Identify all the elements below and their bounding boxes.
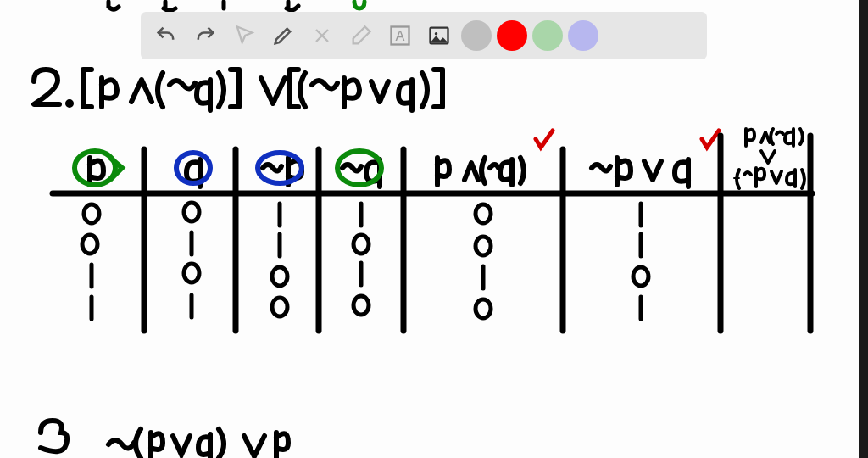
- image-tool[interactable]: [422, 19, 456, 53]
- color-swatch-green[interactable]: [532, 20, 563, 51]
- pen-tool[interactable]: [266, 19, 300, 53]
- redo-button[interactable]: [188, 19, 222, 53]
- svg-point-2: [176, 153, 210, 183]
- svg-point-8: [184, 264, 199, 282]
- tools-button[interactable]: [305, 19, 339, 53]
- svg-point-21: [435, 32, 438, 36]
- svg-point-7: [184, 203, 199, 221]
- color-swatch-grey[interactable]: [461, 20, 492, 51]
- color-swatch-purple[interactable]: [568, 20, 598, 51]
- svg-point-10: [272, 298, 287, 316]
- svg-point-0: [68, 102, 71, 105]
- svg-text:A: A: [396, 28, 405, 43]
- svg-point-5: [84, 204, 99, 223]
- svg-point-15: [476, 299, 491, 318]
- drawing-toolbar: A: [141, 12, 707, 59]
- pointer-tool[interactable]: [227, 19, 261, 53]
- svg-rect-17: [859, 0, 868, 458]
- color-swatch-red[interactable]: [497, 20, 527, 51]
- eraser-tool[interactable]: [344, 19, 378, 53]
- undo-button[interactable]: [149, 19, 183, 53]
- text-tool[interactable]: A: [383, 19, 417, 53]
- svg-point-12: [353, 296, 369, 315]
- svg-point-13: [476, 204, 491, 223]
- svg-point-11: [353, 235, 369, 254]
- svg-point-9: [272, 267, 287, 286]
- whiteboard-canvas[interactable]: A 2. [p ∧ (~q)] ∨ [(~p ∨ q)] p q ~p ~q p…: [0, 0, 868, 458]
- svg-point-6: [82, 235, 97, 254]
- svg-point-16: [633, 267, 648, 286]
- svg-point-14: [476, 237, 491, 255]
- handwriting-layer: [0, 0, 868, 458]
